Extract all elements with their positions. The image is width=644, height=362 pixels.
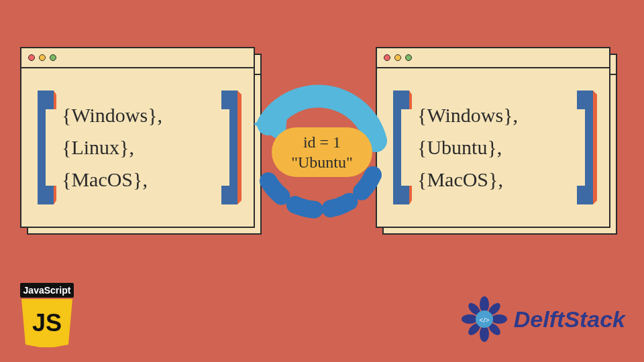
window-content: {Windows}, {Ubuntu}, {MacOS}, bbox=[377, 68, 609, 227]
window: {Windows}, {Linux}, {MacOS}, bbox=[20, 47, 255, 228]
list-item: {MacOS}, bbox=[417, 164, 569, 196]
transform-pill: id = 1 "Ubuntu" bbox=[272, 127, 372, 177]
transform-arrow-group: id = 1 "Ubuntu" bbox=[241, 77, 396, 245]
window: {Windows}, {Ubuntu}, {MacOS}, bbox=[376, 47, 610, 228]
close-icon bbox=[384, 54, 390, 61]
brand-name: DelftStack bbox=[514, 306, 625, 333]
transform-id: id = 1 bbox=[303, 132, 341, 152]
svg-text:</>: </> bbox=[479, 316, 490, 324]
svg-point-3 bbox=[480, 326, 489, 342]
maximize-icon bbox=[50, 54, 56, 61]
titlebar bbox=[21, 48, 254, 68]
list-item: {Windows}, bbox=[62, 99, 213, 131]
list-item: {Ubuntu}, bbox=[417, 131, 569, 164]
maximize-icon bbox=[405, 54, 412, 61]
list-item: {MacOS}, bbox=[62, 164, 213, 196]
javascript-logo-icon: JavaScript JS bbox=[20, 283, 74, 347]
left-window-stack: {Windows}, {Linux}, {MacOS}, bbox=[20, 47, 262, 235]
delftstack-emblem-icon: </> bbox=[460, 295, 508, 343]
right-window-stack: {Windows}, {Ubuntu}, {MacOS}, bbox=[376, 47, 617, 235]
minimize-icon bbox=[394, 54, 401, 61]
js-logo-badge: JS bbox=[32, 309, 62, 337]
window-content: {Windows}, {Linux}, {MacOS}, bbox=[21, 68, 254, 227]
close-icon bbox=[28, 54, 35, 61]
open-bracket-icon bbox=[34, 90, 56, 204]
array-list: {Windows}, {Linux}, {MacOS}, bbox=[62, 99, 213, 196]
svg-point-5 bbox=[491, 314, 507, 324]
svg-point-4 bbox=[462, 314, 478, 324]
titlebar bbox=[377, 48, 609, 68]
transform-value: "Ubuntu" bbox=[291, 152, 353, 172]
close-bracket-icon bbox=[219, 90, 241, 204]
array-list: {Windows}, {Ubuntu}, {MacOS}, bbox=[417, 99, 569, 196]
list-item: {Linux}, bbox=[62, 131, 213, 164]
list-item: {Windows}, bbox=[417, 99, 569, 131]
delftstack-logo: </> DelftStack bbox=[460, 295, 625, 343]
minimize-icon bbox=[39, 54, 46, 61]
svg-point-2 bbox=[480, 296, 489, 312]
js-logo-title: JavaScript bbox=[23, 285, 71, 296]
close-bracket-icon bbox=[574, 90, 597, 204]
